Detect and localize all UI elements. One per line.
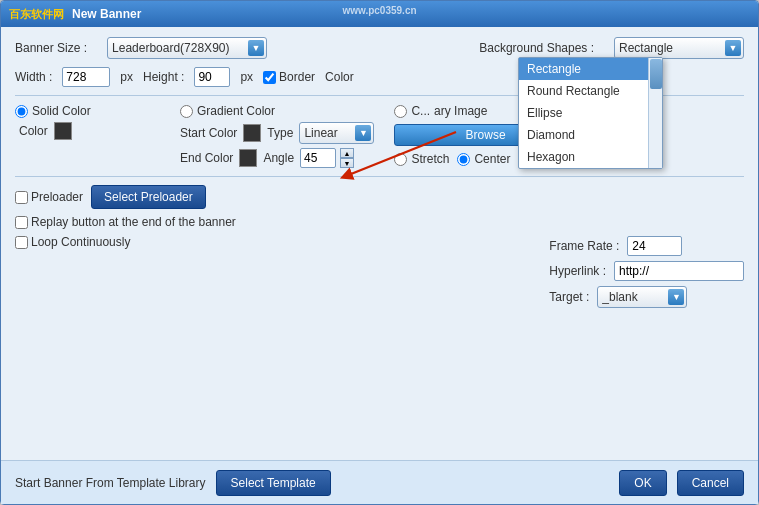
- custom-label: C...: [411, 104, 430, 118]
- px2-label: px: [240, 70, 253, 84]
- ok-button[interactable]: OK: [619, 470, 666, 496]
- color-swatch-label: Color: [19, 124, 48, 138]
- angle-input[interactable]: [300, 148, 336, 168]
- center-radio-wrap[interactable]: Center: [457, 152, 510, 166]
- target-row: Target : _blank _self _parent _top ▼: [549, 286, 744, 308]
- settings-grid: Frame Rate : Hyperlink : Target : _blank…: [549, 236, 744, 452]
- preloader-wrap[interactable]: Preloader: [15, 190, 83, 204]
- select-preloader-button[interactable]: Select Preloader: [91, 185, 206, 209]
- gradient-radio[interactable]: [180, 105, 193, 118]
- bg-shapes-dropdown[interactable]: Rectangle Round Rectangle Ellipse Diamon…: [518, 57, 663, 169]
- watermark: www.pc0359.cn: [342, 5, 416, 16]
- dropdown-item-diamond[interactable]: Diamond: [519, 124, 648, 146]
- replay-checkbox[interactable]: [15, 216, 28, 229]
- row-banner-size: Banner Size : Leaderboard(728X90) Full B…: [15, 37, 744, 59]
- end-color-swatch[interactable]: [239, 149, 257, 167]
- solid-color-radio[interactable]: [15, 105, 28, 118]
- banner-size-label: Banner Size :: [15, 41, 87, 55]
- hyperlink-input[interactable]: [614, 261, 744, 281]
- angle-spinner[interactable]: ▲ ▼: [340, 148, 354, 168]
- frame-rate-input[interactable]: [627, 236, 682, 256]
- start-color-swatch[interactable]: [243, 124, 261, 142]
- bg-shapes-select-wrap[interactable]: Rectangle Round Rectangle Ellipse Diamon…: [614, 37, 744, 59]
- end-color-row: End Color Angle ▲ ▼: [180, 148, 374, 168]
- type-select-wrap[interactable]: Linear Radial ▼: [299, 122, 374, 144]
- dropdown-scrollbar[interactable]: [648, 58, 662, 168]
- hyperlink-label: Hyperlink :: [549, 264, 606, 278]
- solid-color-swatch[interactable]: [54, 122, 72, 140]
- frame-rate-label: Frame Rate :: [549, 239, 619, 253]
- scroll-thumb: [650, 59, 662, 89]
- type-arrow-icon: ▼: [355, 125, 371, 141]
- arbitrary-label: ary Image: [434, 104, 487, 118]
- solid-color-section: Solid Color Color: [15, 104, 170, 140]
- target-label: Target :: [549, 290, 589, 304]
- solid-color-radio-wrap[interactable]: Solid Color: [15, 104, 170, 118]
- preloader-checkbox[interactable]: [15, 191, 28, 204]
- bg-shapes-label: Background Shapes :: [479, 41, 594, 55]
- solid-color-label: Solid Color: [32, 104, 91, 118]
- replay-label: Replay button at the end of the banner: [31, 215, 236, 229]
- stretch-label: Stretch: [411, 152, 449, 166]
- window-title: New Banner: [72, 7, 141, 21]
- gradient-section: Gradient Color Start Color Type Linear R…: [180, 104, 374, 168]
- bg-shapes-select[interactable]: Rectangle Round Rectangle Ellipse Diamon…: [619, 41, 730, 55]
- center-label: Center: [474, 152, 510, 166]
- start-color-row: Start Color Type Linear Radial ▼: [180, 122, 374, 144]
- dropdown-item-round-rectangle[interactable]: Round Rectangle: [519, 80, 648, 102]
- dropdown-item-hexagon[interactable]: Hexagon: [519, 146, 648, 168]
- type-label: Type: [267, 126, 293, 140]
- preloader-row: Preloader Select Preloader: [15, 185, 744, 209]
- preloader-label: Preloader: [31, 190, 83, 204]
- banner-size-select-wrap[interactable]: Leaderboard(728X90) Full Banner(468X60) …: [107, 37, 267, 59]
- width-input[interactable]: [62, 67, 110, 87]
- border-label: Border: [279, 70, 315, 84]
- center-radio[interactable]: [457, 153, 470, 166]
- target-select-wrap[interactable]: _blank _self _parent _top ▼: [597, 286, 687, 308]
- width-label: Width :: [15, 70, 52, 84]
- height-label: Height :: [143, 70, 184, 84]
- start-color-label: Start Color: [180, 126, 237, 140]
- target-select[interactable]: _blank _self _parent _top: [602, 290, 661, 304]
- logo: 百东软件网: [9, 7, 64, 22]
- content-area: Banner Size : Leaderboard(728X90) Full B…: [1, 27, 758, 460]
- angle-down-btn[interactable]: ▼: [340, 158, 354, 168]
- color-label: Color: [325, 70, 354, 84]
- main-window: 百东软件网 New Banner www.pc0359.cn Banner Si…: [0, 0, 759, 505]
- stretch-radio-wrap[interactable]: Stretch: [394, 152, 449, 166]
- hyperlink-row: Hyperlink :: [549, 261, 744, 281]
- footer: Start Banner From Template Library Selec…: [1, 460, 758, 504]
- replay-wrap[interactable]: Replay button at the end of the banner: [15, 215, 744, 229]
- custom-radio[interactable]: [394, 105, 407, 118]
- height-input[interactable]: [194, 67, 230, 87]
- dropdown-item-ellipse[interactable]: Ellipse: [519, 102, 648, 124]
- border-checkbox[interactable]: [263, 71, 276, 84]
- angle-label: Angle: [263, 151, 294, 165]
- type-select[interactable]: Linear Radial: [304, 126, 357, 140]
- loop-checkbox[interactable]: [15, 236, 28, 249]
- gradient-label: Gradient Color: [197, 104, 275, 118]
- stretch-radio[interactable]: [394, 153, 407, 166]
- loop-label: Loop Continuously: [31, 235, 130, 249]
- banner-size-arrow-icon: ▼: [248, 40, 264, 56]
- gradient-radio-wrap[interactable]: Gradient Color: [180, 104, 374, 118]
- banner-size-select[interactable]: Leaderboard(728X90) Full Banner(468X60) …: [112, 41, 248, 55]
- title-bar: 百东软件网 New Banner www.pc0359.cn: [1, 1, 758, 27]
- angle-up-btn[interactable]: ▲: [340, 148, 354, 158]
- template-lib-label: Start Banner From Template Library: [15, 476, 206, 490]
- cancel-button[interactable]: Cancel: [677, 470, 744, 496]
- target-arrow-icon: ▼: [668, 289, 684, 305]
- frame-rate-row: Frame Rate :: [549, 236, 744, 256]
- dropdown-item-rectangle[interactable]: Rectangle: [519, 58, 648, 80]
- select-template-button[interactable]: Select Template: [216, 470, 331, 496]
- end-color-label: End Color: [180, 151, 233, 165]
- border-checkbox-wrap[interactable]: Border: [263, 70, 315, 84]
- px1-label: px: [120, 70, 133, 84]
